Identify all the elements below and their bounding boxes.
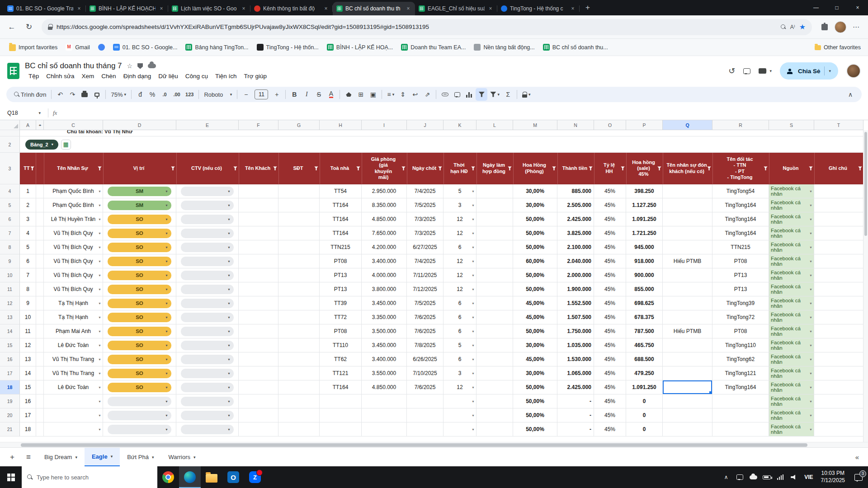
battery-icon[interactable] bbox=[760, 466, 774, 488]
cell-K8[interactable]: 6▼ bbox=[443, 240, 476, 254]
cell-D7[interactable]: SO▼ bbox=[103, 226, 176, 240]
cell-S20[interactable]: Facebook cá nhân▼ bbox=[769, 408, 814, 422]
cell-P12[interactable]: 698.625 bbox=[626, 296, 663, 310]
cell-S19[interactable]: Facebook cá nhân▼ bbox=[769, 394, 814, 408]
print-button[interactable] bbox=[79, 88, 90, 101]
cell-I12[interactable]: 3.450.000 bbox=[362, 296, 407, 310]
position-chip[interactable]: SO▼ bbox=[108, 285, 171, 294]
cell-K17[interactable]: 3▼ bbox=[443, 366, 476, 380]
row-header-7[interactable]: 7 bbox=[0, 226, 20, 240]
cell-L7[interactable] bbox=[476, 226, 513, 240]
undo-button[interactable]: ↶ bbox=[54, 88, 66, 101]
protect-sheet-button[interactable]: ▾ bbox=[520, 88, 533, 101]
cell-P21[interactable]: 0 bbox=[626, 422, 663, 436]
row-header-11[interactable]: 11 bbox=[0, 282, 20, 296]
ctv-chip[interactable]: ▼ bbox=[181, 383, 234, 392]
bookmark-star-icon[interactable]: ★ bbox=[799, 23, 806, 31]
cell-N19[interactable]: - bbox=[557, 394, 594, 408]
cell-F4[interactable] bbox=[239, 184, 278, 198]
chevron-down-icon[interactable]: ▾ bbox=[829, 69, 831, 73]
format-percent-button[interactable]: % bbox=[146, 88, 158, 101]
browser-tab[interactable]: Kênh thông tin bất độ× bbox=[250, 2, 333, 15]
cell-R8[interactable]: TTN215 bbox=[712, 240, 769, 254]
cell-L21[interactable] bbox=[476, 422, 513, 436]
cell-B15[interactable] bbox=[36, 338, 44, 352]
cell-N6[interactable]: 2.425.000 bbox=[557, 212, 594, 226]
cell-R21[interactable] bbox=[712, 422, 769, 436]
cell-G16[interactable] bbox=[278, 352, 320, 366]
menu-tiện-ích[interactable]: Tiện ích bbox=[212, 72, 241, 80]
position-chip[interactable]: ▼ bbox=[108, 411, 171, 420]
cell-D12[interactable]: SO▼ bbox=[103, 296, 176, 310]
cell-Q20[interactable] bbox=[663, 408, 712, 422]
ctv-chip[interactable]: ▼ bbox=[181, 341, 234, 350]
browser-profile-avatar[interactable] bbox=[835, 21, 846, 33]
column-title-tt[interactable]: TT bbox=[20, 153, 36, 184]
cell-K13[interactable]: 6▼ bbox=[443, 310, 476, 324]
cell-N14[interactable]: 1.750.000 bbox=[557, 324, 594, 338]
row-header-4[interactable]: 4 bbox=[0, 184, 20, 198]
column-title-comm[interactable]: Hoa Hồng (Phòng) bbox=[514, 153, 558, 184]
position-chip[interactable]: SO▼ bbox=[108, 327, 171, 336]
cell-I18[interactable]: 4.850.000 bbox=[362, 380, 407, 394]
name-box[interactable]: Q18 ▾ bbox=[5, 110, 43, 116]
cell-O8[interactable]: 45% bbox=[594, 240, 626, 254]
cell-H21[interactable] bbox=[320, 422, 362, 436]
cell-E17[interactable]: ▼ bbox=[176, 366, 239, 380]
cell-I7[interactable]: 7.650.000 bbox=[362, 226, 407, 240]
cell-N7[interactable]: 3.825.000 bbox=[557, 226, 594, 240]
cell-K19[interactable]: ▼ bbox=[443, 394, 476, 408]
tab-close-icon[interactable]: × bbox=[487, 5, 494, 12]
cell-H7[interactable]: TT164 bbox=[320, 226, 362, 240]
version-history-icon[interactable]: ↺ bbox=[728, 66, 735, 76]
cell-I14[interactable]: 3.500.000 bbox=[362, 324, 407, 338]
cell-R6[interactable]: TingTong164 bbox=[712, 212, 769, 226]
cell-F21[interactable] bbox=[239, 422, 278, 436]
cell-T17[interactable] bbox=[814, 366, 863, 380]
cell-T20[interactable] bbox=[814, 408, 863, 422]
cell-A18[interactable]: 15 bbox=[20, 380, 36, 394]
cell-E4[interactable]: ▼ bbox=[176, 184, 239, 198]
cell-A11[interactable]: 8 bbox=[20, 282, 36, 296]
cell-I21[interactable] bbox=[362, 422, 407, 436]
cell-K11[interactable]: 12▼ bbox=[443, 282, 476, 296]
menu-định-dạng[interactable]: Định dạng bbox=[120, 72, 155, 80]
cell-F16[interactable] bbox=[239, 352, 278, 366]
cell-J10[interactable]: 7/11/2025 bbox=[407, 268, 443, 282]
cell-D20[interactable]: ▼ bbox=[103, 408, 176, 422]
increase-decimal-button[interactable]: .00 bbox=[171, 88, 183, 101]
cell-M20[interactable]: 50,00% bbox=[513, 408, 557, 422]
column-title-phone[interactable]: SĐT bbox=[279, 153, 320, 184]
cell-H16[interactable]: TT62 bbox=[320, 352, 362, 366]
cell-D21[interactable]: ▼ bbox=[103, 422, 176, 436]
cell-D16[interactable]: SO▼ bbox=[103, 352, 176, 366]
cell-Q17[interactable] bbox=[663, 366, 712, 380]
cell-O18[interactable]: 45% bbox=[594, 380, 626, 394]
cell-T15[interactable] bbox=[814, 338, 863, 352]
redo-button[interactable]: ↷ bbox=[66, 88, 78, 101]
strikethrough-button[interactable]: S bbox=[313, 88, 325, 101]
column-header-G[interactable]: G bbox=[278, 120, 320, 130]
column-title-hb[interactable] bbox=[36, 153, 44, 184]
column-title-pos[interactable]: Vị trí bbox=[104, 153, 177, 184]
cell-M6[interactable]: 50,00% bbox=[513, 212, 557, 226]
row-header-1[interactable] bbox=[0, 130, 20, 136]
cell-N17[interactable]: 1.065.000 bbox=[557, 366, 594, 380]
cell-O20[interactable]: 45% bbox=[594, 408, 626, 422]
sheets-logo-icon[interactable] bbox=[7, 63, 19, 79]
column-header-O[interactable]: O bbox=[594, 120, 626, 130]
cell-E15[interactable]: ▼ bbox=[176, 338, 239, 352]
filter-funnel-icon[interactable] bbox=[98, 166, 102, 170]
cell-H18[interactable]: TT164 bbox=[320, 380, 362, 394]
cell-O15[interactable]: 45% bbox=[594, 338, 626, 352]
column-header-D[interactable]: D bbox=[103, 120, 176, 130]
column-title-guest[interactable]: Tên Khách bbox=[239, 153, 279, 184]
horizontal-scrollbar[interactable] bbox=[0, 442, 868, 447]
functions-button[interactable]: Σ bbox=[502, 88, 514, 101]
cell-J12[interactable]: 7/5/2025 bbox=[407, 296, 443, 310]
cell-Q9[interactable]: Hiếu PTMB bbox=[663, 254, 712, 268]
taskbar-app-edge[interactable] bbox=[179, 466, 201, 488]
menu-công-cụ[interactable]: Công cụ bbox=[182, 72, 212, 80]
filter-funnel-icon[interactable] bbox=[552, 166, 556, 170]
cell-Q10[interactable] bbox=[663, 268, 712, 282]
